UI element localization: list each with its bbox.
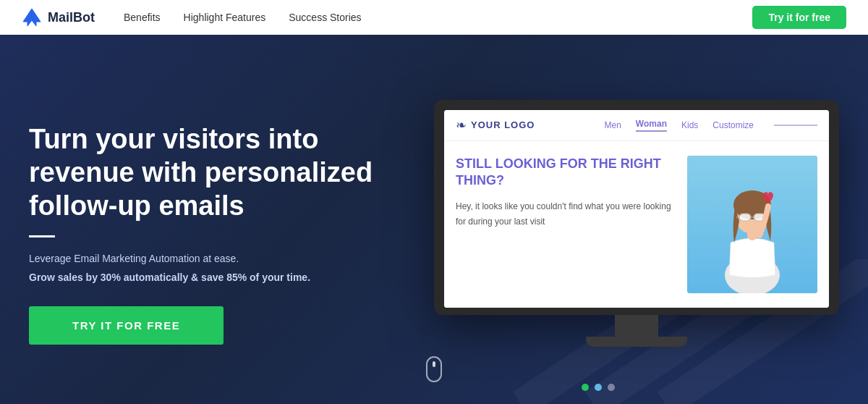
email-logo-text: YOUR LOGO: [471, 119, 535, 130]
hero-left: Turn your visitors into revenue with per…: [29, 116, 434, 344]
nav-links: Benefits Highlight Features Success Stor…: [124, 12, 752, 23]
hero-title: Turn your visitors into revenue with per…: [29, 123, 391, 222]
scroll-dot: [433, 361, 435, 367]
email-logo-area: ❧ YOUR LOGO: [456, 117, 590, 133]
email-nav-links: Men Woman Kids Customize: [605, 119, 818, 132]
monitor-stand-neck: [615, 315, 658, 337]
woman-illustration: [687, 156, 817, 293]
email-image-area: [687, 156, 817, 293]
email-nav-woman[interactable]: Woman: [636, 119, 667, 132]
hero-subtitle-line1: Leverage Email Marketing Automation at e…: [29, 251, 434, 266]
hero-cta-button[interactable]: TRY IT FOR FREE: [29, 306, 224, 345]
email-nav-divider: [774, 125, 817, 126]
navbar-brand: MailBot: [22, 7, 95, 28]
email-body: STILL LOOKING FOR THE RIGHT THING? Hey, …: [444, 141, 829, 308]
svg-marker-0: [23, 9, 41, 26]
brand-name: MailBot: [48, 10, 95, 25]
hero-subtitle-line2: Grow sales by 30% automatically & save 8…: [29, 272, 434, 283]
navbar: MailBot Benefits Highlight Features Succ…: [0, 0, 868, 35]
monitor-stand-base: [586, 337, 687, 347]
hero-right: ❧ YOUR LOGO Men Woman Kids Customize STI…: [434, 100, 839, 347]
pagination-dot-3[interactable]: [608, 384, 615, 391]
nav-link-benefits[interactable]: Benefits: [124, 12, 161, 23]
nav-link-features[interactable]: Highlight Features: [184, 12, 266, 23]
mailbot-logo-icon: [22, 7, 42, 28]
email-nav-kids[interactable]: Kids: [681, 120, 698, 130]
scroll-icon: [426, 356, 442, 382]
email-nav-men[interactable]: Men: [605, 120, 621, 130]
email-content: STILL LOOKING FOR THE RIGHT THING? Hey, …: [456, 156, 676, 293]
navbar-cta-button[interactable]: Try it for free: [752, 6, 846, 29]
email-heading: STILL LOOKING FOR THE RIGHT THING?: [456, 156, 676, 190]
hero-divider: [29, 235, 55, 237]
hero-section: Turn your visitors into revenue with per…: [0, 35, 868, 404]
email-body-text: Hey, it looks like you couldn't find wha…: [456, 199, 676, 229]
monitor-screen: ❧ YOUR LOGO Men Woman Kids Customize STI…: [444, 110, 829, 308]
scroll-indicator: [426, 356, 442, 388]
email-navbar: ❧ YOUR LOGO Men Woman Kids Customize: [444, 110, 829, 141]
nav-link-stories[interactable]: Success Stories: [289, 12, 361, 23]
email-nav-customize[interactable]: Customize: [712, 120, 754, 130]
email-logo-icon: ❧: [456, 117, 467, 133]
pagination-dot-1[interactable]: [582, 384, 589, 391]
pagination-dot-2[interactable]: [595, 384, 602, 391]
pagination-dots: [582, 384, 615, 391]
monitor-outer: ❧ YOUR LOGO Men Woman Kids Customize STI…: [434, 100, 839, 315]
svg-rect-9: [739, 214, 751, 221]
